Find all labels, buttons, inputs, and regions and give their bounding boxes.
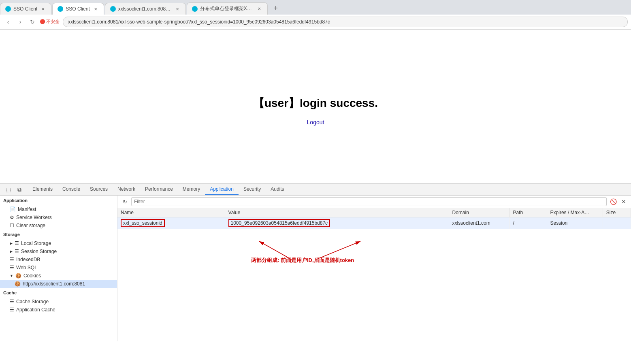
sidebar-item-local-storage[interactable]: ▶ ☰ Local Storage [0, 239, 117, 247]
cookies-icon: 🍪 [15, 273, 21, 279]
sidebar-item-cookie-entry[interactable]: 🍪 http://xxlssoclient1.com:8081 [0, 280, 117, 288]
web-sql-label: Web SQL [16, 265, 37, 270]
forward-button[interactable]: › [15, 17, 25, 27]
annotation-area: 两部分组成: 前面是用户ID,后面是随机token [117, 229, 631, 278]
tab-close-1[interactable]: ✕ [40, 6, 46, 12]
tab-close-2[interactable]: ✕ [92, 6, 99, 12]
col-header-domain: Domain [449, 208, 509, 217]
tab-audits[interactable]: Audits [266, 184, 289, 195]
web-sql-icon: ☰ [10, 265, 14, 270]
panel-toolbar: ↻ 🚫 ✕ [117, 196, 631, 208]
col-header-path: Path [509, 208, 547, 217]
col-header-expires: Expires / Max-A… [547, 208, 603, 217]
devtools-sidebar: Application 📄 Manifest ⚙ Service Workers… [0, 196, 117, 341]
tab-title-4: 分布式单点登录框架XXL-SSO [200, 5, 254, 12]
login-success-message: 【user】login success. [253, 96, 378, 111]
clear-storage-icon: ☐ [10, 223, 14, 228]
tab-favicon-2 [58, 6, 63, 12]
table-row[interactable]: xxl_sso_sessionid 1000_95e092603a054815a… [117, 217, 631, 229]
col-header-size: Size [603, 208, 631, 217]
sidebar-item-app-cache[interactable]: ☰ Application Cache [0, 306, 117, 314]
annotation-text: 两部分组成: 前面是用户ID,后面是随机token [251, 257, 354, 264]
col-header-value: Value [225, 208, 449, 217]
tab-sources[interactable]: Sources [85, 184, 113, 195]
sidebar-item-service-workers[interactable]: ⚙ Service Workers [0, 213, 117, 221]
security-icon: 🔴 [40, 19, 45, 24]
sidebar-item-session-storage[interactable]: ▶ ☰ Session Storage [0, 247, 117, 255]
tab-favicon-1 [5, 6, 11, 12]
back-button[interactable]: ‹ [3, 17, 13, 27]
devtools-tab-bar: ⬚ ⧉ Elements Console Sources Network Per… [0, 184, 631, 196]
cache-storage-label: Cache Storage [16, 299, 49, 304]
clear-icon[interactable]: 🚫 [609, 198, 617, 206]
name-red-box: xxl_sso_sessionid [121, 219, 165, 227]
local-storage-expand-icon: ▶ [10, 241, 13, 245]
address-bar: ‹ › ↻ 🔴 不安全 [0, 15, 631, 29]
devtools-main-panel: ↻ 🚫 ✕ Name Value Domain Path Expires / M… [117, 196, 631, 341]
tab-favicon-3 [110, 6, 116, 12]
devtools-panel: ⬚ ⧉ Elements Console Sources Network Per… [0, 183, 631, 341]
delete-icon[interactable]: ✕ [620, 198, 628, 206]
sidebar-item-manifest[interactable]: 📄 Manifest [0, 205, 117, 213]
filter-input[interactable] [131, 197, 607, 206]
tab-memory[interactable]: Memory [178, 184, 205, 195]
clear-storage-label: Clear storage [16, 223, 45, 228]
table-container: Name Value Domain Path Expires / Max-A… … [117, 208, 631, 278]
section-title-application: Application [0, 196, 117, 205]
tab-elements[interactable]: Elements [28, 184, 58, 195]
cache-storage-icon: ☰ [10, 299, 14, 304]
service-workers-icon: ⚙ [10, 215, 14, 220]
tab-network[interactable]: Network [113, 184, 140, 195]
tab-2[interactable]: SSO Client ✕ [52, 3, 104, 15]
sidebar-item-indexeddb[interactable]: ☰ IndexedDB [0, 255, 117, 264]
tab-performance[interactable]: Performance [140, 184, 178, 195]
tab-application[interactable]: Application [205, 184, 239, 195]
cell-size [603, 217, 631, 229]
cookie-entry-label: http://xxlssoclient1.com:8081 [23, 281, 85, 287]
col-header-name: Name [117, 208, 225, 217]
tab-close-3[interactable]: ✕ [174, 6, 181, 12]
cell-value: 1000_95e092603a054815a6feddf4915bd87c [225, 217, 449, 229]
cookies-expand-icon: ▼ [10, 274, 13, 278]
cell-expires: Session [547, 217, 603, 229]
tab-3[interactable]: xxlssoclient1.com:8082/xxl-ss… ✕ [105, 3, 186, 15]
service-workers-label: Service Workers [16, 215, 52, 220]
refresh-button[interactable]: ↻ [28, 17, 37, 27]
indexeddb-label: IndexedDB [16, 257, 40, 262]
tab-close-4[interactable]: ✕ [256, 6, 262, 12]
section-title-cache: Cache [0, 288, 117, 298]
new-tab-button[interactable]: + [270, 2, 281, 14]
value-red-box: 1000_95e092603a054815a6feddf4915bd87c [228, 219, 330, 227]
sidebar-item-cookies[interactable]: ▼ 🍪 Cookies [0, 272, 117, 280]
page-content: 【user】login success. Logout [0, 30, 631, 183]
tab-1[interactable]: SSO Client ✕ [0, 3, 51, 15]
cell-path: / [509, 217, 547, 229]
element-picker-icon[interactable]: ⬚ [3, 184, 13, 195]
tab-title-1: SSO Client [13, 6, 37, 12]
local-storage-icon: ☰ [15, 241, 19, 246]
devtools-body: Application 📄 Manifest ⚙ Service Workers… [0, 196, 631, 341]
browser-chrome: SSO Client ✕ SSO Client ✕ xxlssoclient1.… [0, 0, 631, 30]
cookies-label: Cookies [23, 273, 41, 279]
tab-title-2: SSO Client [66, 6, 90, 12]
session-storage-label: Session Storage [21, 249, 57, 254]
cookie-table: Name Value Domain Path Expires / Max-A… … [117, 208, 631, 229]
tab-title-3: xxlssoclient1.com:8082/xxl-ss… [118, 6, 172, 12]
sidebar-item-clear-storage[interactable]: ☐ Clear storage [0, 221, 117, 230]
section-title-storage: Storage [0, 230, 117, 239]
panel-refresh-button[interactable]: ↻ [121, 198, 129, 206]
sidebar-item-web-sql[interactable]: ☰ Web SQL [0, 264, 117, 272]
tab-4[interactable]: 分布式单点登录框架XXL-SSO ✕ [187, 2, 268, 15]
tab-console[interactable]: Console [58, 184, 85, 195]
manifest-label: Manifest [18, 206, 36, 212]
tab-security[interactable]: Security [239, 184, 266, 195]
tab-favicon-4 [192, 6, 198, 12]
sidebar-item-cache-storage[interactable]: ☰ Cache Storage [0, 298, 117, 306]
arrows-svg [117, 229, 631, 278]
app-cache-icon: ☰ [10, 307, 14, 313]
logout-link[interactable]: Logout [307, 119, 324, 126]
address-input[interactable] [63, 17, 628, 27]
device-toggle-icon[interactable]: ⧉ [15, 184, 24, 195]
cell-domain: xxlssoclient1.com [449, 217, 509, 229]
session-storage-icon: ☰ [15, 249, 19, 254]
